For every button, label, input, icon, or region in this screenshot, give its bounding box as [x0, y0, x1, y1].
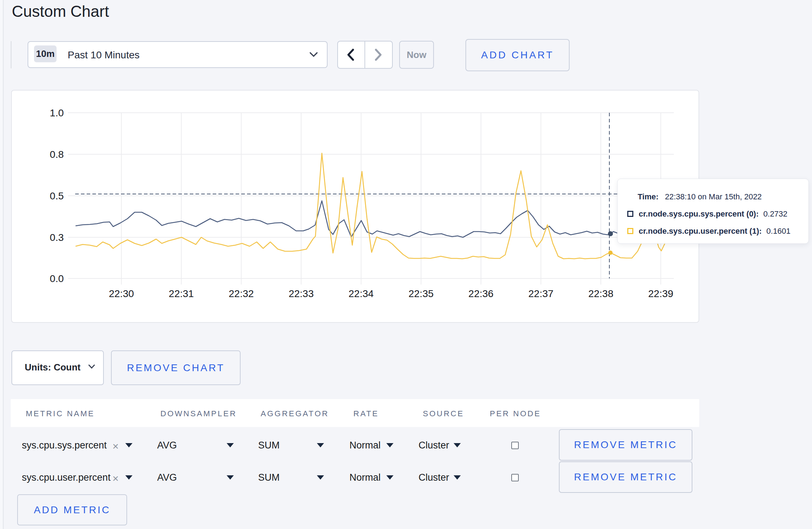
svg-text:0.5: 0.5	[50, 190, 64, 202]
svg-text:0.0: 0.0	[50, 273, 64, 284]
svg-text:22:34: 22:34	[349, 288, 374, 299]
svg-text:0.8: 0.8	[50, 149, 64, 160]
svg-text:22:33: 22:33	[289, 288, 314, 299]
svg-text:1.0: 1.0	[50, 107, 64, 118]
svg-text:22:35: 22:35	[409, 288, 434, 299]
svg-text:22:37: 22:37	[528, 288, 554, 299]
svg-text:22:32: 22:32	[229, 288, 254, 299]
svg-text:22:39: 22:39	[648, 288, 673, 299]
svg-text:22:31: 22:31	[169, 288, 194, 299]
svg-text:0.3: 0.3	[50, 232, 64, 243]
svg-text:22:36: 22:36	[468, 288, 493, 299]
svg-text:22:38: 22:38	[588, 288, 613, 299]
svg-text:22:30: 22:30	[109, 288, 134, 299]
